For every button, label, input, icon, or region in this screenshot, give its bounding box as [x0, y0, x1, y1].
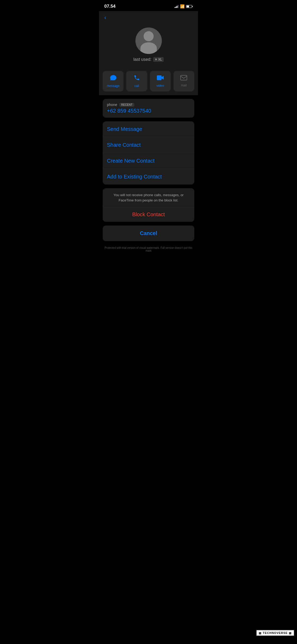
- message-label: message: [107, 84, 120, 88]
- status-time: 07.54: [104, 4, 116, 9]
- create-new-contact-item[interactable]: Create New Contact: [103, 153, 194, 169]
- avatar: [135, 27, 162, 54]
- mail-icon: [180, 75, 187, 82]
- recent-badge: RECENT: [119, 103, 134, 107]
- phone-number[interactable]: +62 859 45537540: [107, 108, 190, 114]
- phone-section: phone RECENT +62 859 45537540: [103, 99, 194, 118]
- call-label: call: [134, 84, 139, 88]
- nav-bar: ‹: [99, 11, 198, 23]
- cancel-button[interactable]: Cancel: [103, 226, 194, 241]
- block-contact-button[interactable]: Block Contact: [103, 207, 194, 222]
- back-button[interactable]: ‹: [103, 13, 107, 22]
- video-icon: [157, 75, 164, 82]
- carrier-badge: ✕ XL: [153, 57, 164, 62]
- action-list: Send Message Share Contact Create New Co…: [103, 121, 194, 185]
- svg-rect-1: [181, 75, 187, 80]
- video-label: video: [157, 84, 164, 88]
- block-info-text: You will not receive phone calls, messag…: [103, 188, 194, 207]
- status-bar: 07.54 📶: [99, 0, 198, 11]
- send-message-item[interactable]: Send Message: [103, 121, 194, 137]
- action-buttons-row: message call video mail: [99, 67, 198, 95]
- battery-icon: [186, 5, 193, 8]
- add-to-existing-item[interactable]: Add to Existing Contact: [103, 169, 194, 185]
- last-used-label: last used:: [133, 57, 151, 62]
- protection-text: Protected with trial version of visual w…: [99, 245, 198, 254]
- contact-header: last used: ✕ XL: [99, 23, 198, 67]
- carrier-name: XL: [158, 58, 162, 61]
- wifi-icon: 📶: [180, 4, 185, 8]
- share-contact-item[interactable]: Share Contact: [103, 137, 194, 153]
- status-icons: 📶: [175, 4, 193, 8]
- message-button[interactable]: message: [103, 71, 124, 91]
- video-button[interactable]: video: [150, 71, 171, 91]
- signal-icon: [175, 5, 178, 8]
- mail-label: mail: [181, 84, 187, 87]
- svg-rect-0: [157, 75, 162, 80]
- cancel-section: Cancel: [103, 226, 194, 241]
- call-button[interactable]: call: [126, 71, 147, 91]
- block-section: You will not receive phone calls, messag…: [103, 188, 194, 222]
- carrier-x: ✕: [155, 58, 157, 61]
- last-used-row: last used: ✕ XL: [133, 57, 164, 62]
- call-icon: [134, 75, 140, 82]
- phone-label: phone: [107, 103, 117, 107]
- mail-button[interactable]: mail: [173, 71, 194, 91]
- message-icon: [110, 75, 117, 82]
- phone-label-row: phone RECENT: [107, 103, 190, 107]
